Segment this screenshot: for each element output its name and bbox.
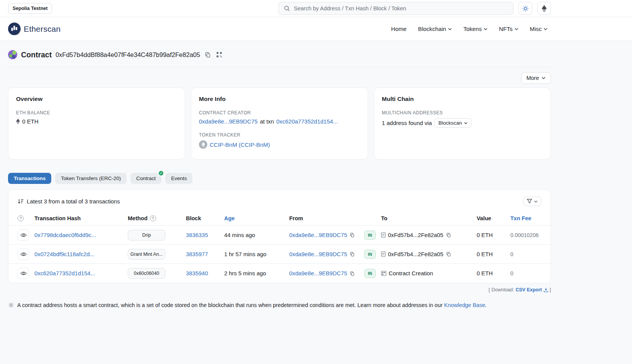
col-age-sort-link[interactable]: Age [224, 215, 235, 221]
chevron-down-icon [542, 77, 546, 79]
search-input[interactable] [294, 5, 508, 11]
txn-age: 44 mins ago [224, 232, 289, 238]
txn-hash-link[interactable]: 0x0724bdf9c118afc2d... [34, 251, 94, 257]
multichain-card: Multi Chain MULTICHAIN ADDRESSES 1 addre… [374, 88, 551, 159]
copy-from-button[interactable] [349, 271, 355, 276]
contract-address: 0xFd57b4ddBf88a4e07fF4e34C487b99af2Fe82a… [55, 51, 200, 58]
funnel-icon [527, 199, 532, 204]
transactions-summary-text: Latest 3 from a total of 3 transactions [27, 198, 120, 205]
address-identicon-avatar [8, 50, 17, 59]
copy-from-button[interactable] [349, 251, 355, 257]
tab-events[interactable]: Events [165, 173, 192, 184]
nav-item-nfts[interactable]: NFTs [499, 26, 518, 32]
method-badge: Grant Mint An... [128, 249, 165, 260]
from-address-link[interactable]: 0xda9e8e...9EB9DC75 [289, 270, 347, 276]
qr-code-button[interactable] [215, 51, 223, 58]
chevron-down-icon [484, 28, 487, 30]
chevron-down-icon [448, 28, 452, 30]
to-address[interactable]: 0xFd57b4...2Fe82a05 [388, 232, 443, 238]
blockscan-dropdown[interactable]: Blockscan [434, 118, 472, 128]
csv-export-link[interactable]: CSV Export [516, 287, 548, 292]
sort-icon [18, 198, 24, 204]
copy-to-button[interactable] [446, 232, 451, 238]
more-info-card-title: More Info [199, 96, 360, 102]
contract-file-icon [381, 251, 386, 257]
copy-to-button[interactable] [446, 251, 451, 257]
knowledge-base-link[interactable]: Knowledge Base [444, 302, 485, 308]
contract-creator-label: CONTRACT CREATOR [199, 110, 360, 115]
token-logo-icon [199, 140, 207, 149]
from-address-link[interactable]: 0xda9e8e...9EB9DC75 [289, 251, 347, 257]
from-address-link[interactable]: 0xda9e8e...9EB9DC75 [289, 232, 347, 238]
verified-check-icon: ✓ [158, 170, 164, 176]
download-icon [544, 288, 548, 292]
block-link[interactable]: 3835977 [186, 251, 208, 257]
transaction-row: 0x7798dcdaec0f6dd9c... Drip 3836335 44 m… [8, 226, 551, 245]
theme-toggle-button[interactable] [518, 2, 532, 15]
preview-txn-button[interactable] [18, 268, 29, 279]
tab-transactions[interactable]: Transactions [8, 173, 51, 184]
section-divider [8, 67, 551, 67]
to-address[interactable]: 0xFd57b4...2Fe82a05 [388, 251, 443, 257]
address-tip: A contract address hosts a smart contrac… [8, 302, 551, 308]
multichain-card-title: Multi Chain [382, 96, 543, 102]
nav-item-home[interactable]: Home [391, 26, 407, 32]
method-help-icon[interactable]: ? [150, 215, 156, 221]
nav-item-tokens[interactable]: Tokens [463, 26, 487, 32]
txn-value: 0 ETH [477, 251, 510, 257]
nav-label: Home [391, 26, 407, 32]
preview-txn-button[interactable] [18, 229, 29, 241]
method-badge: 0x60c06040 [128, 268, 165, 279]
txn-hash-link[interactable]: 0xc620a77352d1d154... [34, 270, 95, 276]
transaction-row: 0x0724bdf9c118afc2d... Grant Mint An... … [8, 245, 551, 264]
creation-txn-link[interactable]: 0xc620a77352d1d154... [276, 118, 338, 125]
block-link[interactable]: 3835940 [186, 270, 208, 276]
contract-file-icon [381, 232, 386, 238]
txn-value: 0 ETH [477, 270, 510, 276]
copy-address-button[interactable] [204, 51, 212, 58]
copy-from-button[interactable] [349, 232, 355, 238]
block-link[interactable]: 3836335 [186, 232, 208, 238]
chevron-down-icon [534, 200, 538, 203]
summary-cards: Overview ETH BALANCE 0 ETH More Info CON… [8, 88, 551, 159]
multichain-found-text: 1 address found via [382, 120, 432, 126]
to-contract-creation[interactable]: Contract Creation [389, 270, 433, 276]
brand-name: Etherscan [24, 24, 60, 34]
nav-item-blockchain[interactable]: Blockchain [418, 26, 452, 32]
nav-links: Home Blockchain Tokens NFTs Misc [391, 26, 547, 32]
network-switch-button[interactable] [537, 2, 551, 15]
chevron-down-icon [515, 28, 518, 30]
col-value: Value [477, 215, 510, 221]
nav-label: Tokens [463, 26, 482, 32]
creator-conjunction: at txn [260, 118, 274, 125]
token-tracker-link[interactable]: CCIP-BnM (CCIP-BnM) [210, 141, 270, 148]
nav-label: Blockchain [418, 26, 446, 32]
csv-export-label: CSV Export [516, 287, 542, 292]
txn-hash-link[interactable]: 0x7798dcdaec0f6dd9c... [34, 232, 96, 238]
txn-fee: 0.00010206 [510, 232, 541, 238]
network-badge[interactable]: Sepolia Testnet [8, 3, 52, 14]
eth-diamond-icon [16, 119, 20, 124]
multichain-addresses-label: MULTICHAIN ADDRESSES [382, 110, 543, 115]
transactions-panel: Latest 3 from a total of 3 transactions … [8, 189, 551, 283]
tab-contract-label: Contract [136, 176, 156, 181]
method-badge: Drip [128, 230, 165, 240]
top-utility-bar: Sepolia Testnet [0, 0, 632, 17]
tab-token-transfers[interactable]: Token Transfers (ERC-20) [55, 173, 127, 184]
col-txn-fee-sort-link[interactable]: Txn Fee [510, 215, 531, 221]
tab-contract[interactable]: Contract ✓ [130, 173, 161, 184]
more-dropdown-button[interactable]: More [521, 72, 551, 84]
nav-item-misc[interactable]: Misc [530, 26, 547, 32]
filter-button[interactable] [523, 197, 541, 206]
contract-header: Contract 0xFd57b4ddBf88a4e07fF4e34C487b9… [8, 50, 551, 59]
tip-text: A contract address hosts a smart contrac… [17, 302, 443, 308]
main-navbar: Etherscan Home Blockchain Tokens NFTs Mi… [0, 17, 632, 41]
search-bar[interactable] [278, 2, 513, 15]
help-icon[interactable]: ? [18, 215, 24, 221]
tab-bar: Transactions Token Transfers (ERC-20) Co… [8, 173, 551, 184]
preview-txn-button[interactable] [18, 249, 29, 260]
brand-logo[interactable]: Etherscan [8, 23, 60, 35]
creator-address-link[interactable]: 0xda9e8e...9EB9DC75 [199, 118, 257, 125]
tip-suffix: . [485, 302, 487, 308]
more-button-label: More [526, 75, 539, 81]
